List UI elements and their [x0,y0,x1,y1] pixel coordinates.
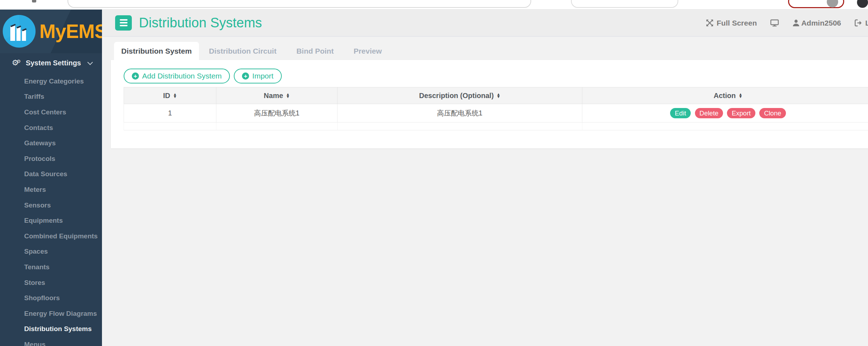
import-button-label: Import [252,72,274,80]
column-header-action[interactable]: Action [582,87,868,104]
sidebar-item-label: Equipments [24,217,63,225]
sidebar-item-combined-equipments[interactable]: Combined Equipments [0,228,102,244]
tab-label: Distribution Circuit [209,47,276,55]
sidebar-item-stores[interactable]: Stores [0,275,102,291]
plus-circle-icon [242,72,249,80]
sidebar-item-cost-centers[interactable]: Cost Centers [0,104,102,120]
tab-bind-point[interactable]: Bind Point [286,42,344,60]
sidebar-item-spaces[interactable]: Spaces [0,244,102,260]
browser-extension-icon[interactable] [32,0,36,2]
logout-button[interactable]: Logout [854,19,868,27]
cell-description: 高压配电系统1 [338,104,582,123]
browser-secondary-bar[interactable] [571,0,678,8]
myems-logo-icon [2,14,36,48]
user-icon [792,19,800,27]
fullscreen-button[interactable]: Full Screen [706,19,757,27]
browser-account-icon[interactable] [857,0,868,8]
table-header-row: ID Name Description (Optional) Action [124,87,868,104]
menu-toggle-button[interactable] [115,15,132,31]
column-label: Description (Optional) [419,92,494,100]
logout-label: Logout [865,19,868,27]
column-header-id[interactable]: ID [124,87,216,104]
sidebar-item-contacts[interactable]: Contacts [0,120,102,136]
add-button-label: Add Distribution System [142,72,222,80]
sidebar-item-data-sources[interactable]: Data Sources [0,167,102,182]
sidebar-item-label: Menus [24,341,45,346]
browser-address-bar[interactable] [68,0,531,8]
logo-text: MyEMS [39,20,102,43]
sidebar-item-label: Tariffs [24,93,44,101]
top-nav: Distribution Systems Full Screen [102,9,868,37]
sidebar-section-system-settings[interactable]: ⚙⚙ System Settings [0,54,102,72]
sidebar-item-label: Sensors [24,201,51,209]
content-card: Add Distribution System Import ID Name D… [111,60,868,148]
main-content: Distribution Systems Full Screen [102,9,868,346]
sidebar-item-gateways[interactable]: Gateways [0,135,102,151]
column-label: ID [163,92,170,100]
sidebar-item-label: Spaces [24,248,48,255]
delete-button[interactable]: Delete [695,108,723,118]
sidebar-item-label: Stores [24,279,45,287]
column-header-name[interactable]: Name [216,87,338,104]
sidebar-menu: Energy Categories Tariffs Cost Centers C… [0,74,102,346]
sidebar-item-meters[interactable]: Meters [0,182,102,198]
sidebar-item-sensors[interactable]: Sensors [0,198,102,213]
sort-icon [497,93,501,98]
sign-out-icon [854,19,862,27]
hamburger-icon [120,19,128,21]
top-nav-actions: Full Screen Admin2506 [706,9,868,37]
edit-button[interactable]: Edit [670,108,691,118]
sidebar-item-equipments[interactable]: Equipments [0,213,102,228]
cell-actions: Edit Delete Export Clone [582,104,868,123]
sidebar-item-label: Data Sources [24,170,67,178]
username: Admin2506 [801,19,841,27]
tab-label: Distribution System [121,47,192,55]
sidebar-item-label: Gateways [24,139,56,147]
monitor-button[interactable] [770,19,779,27]
sidebar-item-label: Protocols [24,155,55,163]
sidebar-item-label: Energy Flow Diagrams [24,310,97,318]
add-distribution-system-button[interactable]: Add Distribution System [124,69,230,83]
sidebar-item-label: Energy Categories [24,77,84,85]
tab-distribution-circuit[interactable]: Distribution Circuit [199,42,286,60]
sidebar-item-tenants[interactable]: Tenants [0,259,102,275]
sidebar-item-energy-flow-diagrams[interactable]: Energy Flow Diagrams [0,306,102,321]
clone-button[interactable]: Clone [759,108,786,118]
sidebar-item-shopfloors[interactable]: Shopfloors [0,290,102,306]
tab-distribution-system[interactable]: Distribution System [114,42,199,60]
fullscreen-label: Full Screen [717,19,757,27]
sidebar-item-label: Meters [24,186,46,194]
tab-label: Bind Point [296,47,334,55]
logo[interactable]: MyEMS [0,9,102,53]
sidebar-item-energy-categories[interactable]: Energy Categories [0,74,102,89]
page-title: Distribution Systems [139,15,262,31]
sidebar-item-menus[interactable]: Menus [0,337,102,346]
sidebar-item-label: Shopfloors [24,294,60,302]
sort-icon [286,93,290,98]
export-button[interactable]: Export [727,108,755,118]
cogs-icon: ⚙⚙ [12,59,21,67]
cell-id: 1 [124,104,216,123]
sidebar-item-label: Contacts [24,124,53,132]
tab-preview[interactable]: Preview [344,42,392,60]
sidebar-item-tariffs[interactable]: Tariffs [0,89,102,105]
sidebar-item-label: Distribution Systems [24,325,92,333]
plus-circle-icon [132,72,139,80]
table-container: ID Name Description (Optional) Action 1 … [124,87,868,130]
sidebar-item-label: Combined Equipments [24,232,98,240]
distribution-systems-table: ID Name Description (Optional) Action 1 … [124,87,868,130]
tab-label: Preview [354,47,382,55]
import-button[interactable]: Import [234,69,282,83]
column-header-description[interactable]: Description (Optional) [338,87,582,104]
toolbar: Add Distribution System Import [111,60,868,83]
cell-name: 高压配电系统1 [216,104,338,123]
column-label: Action [713,92,735,100]
column-label: Name [264,92,283,100]
monitor-icon [770,19,779,27]
user-menu[interactable]: Admin2506 [792,19,841,27]
sidebar-item-protocols[interactable]: Protocols [0,151,102,167]
sidebar-item-distribution-systems[interactable]: Distribution Systems [0,321,102,337]
sidebar-section-label: System Settings [26,59,81,67]
sort-icon [739,93,743,98]
chevron-down-icon [87,59,93,65]
